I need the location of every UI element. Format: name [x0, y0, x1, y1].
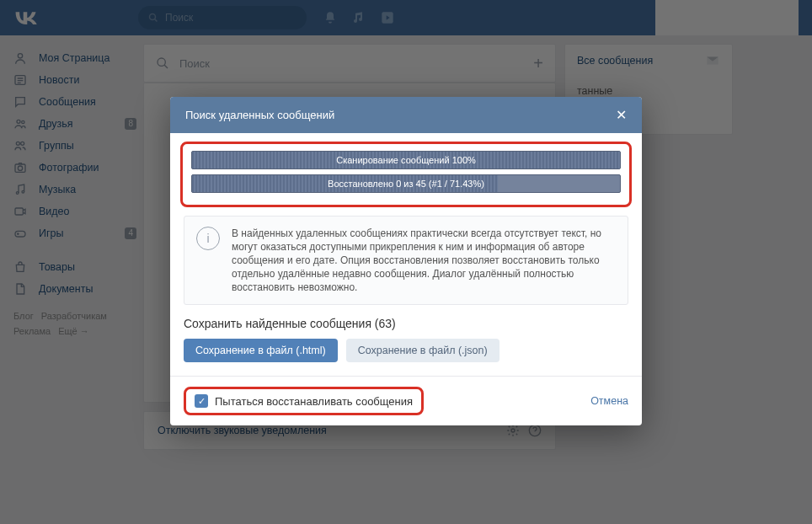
modal-header: Поиск удаленных сообщений ✕ — [170, 97, 642, 133]
save-title: Сохранить найденные сообщения (63) — [184, 317, 628, 330]
save-section: Сохранить найденные сообщения (63) Сохра… — [170, 317, 642, 376]
save-json-button[interactable]: Сохранение в файл (.json) — [346, 339, 499, 362]
info-text: В найденных удаленных сообщениях практич… — [232, 227, 616, 294]
modal-title: Поиск удаленных сообщений — [185, 109, 334, 121]
progress-restore: Восстановлено 0 из 45 (#1 / 71.43%) — [191, 174, 621, 193]
modal-overlay: Поиск удаленных сообщений ✕ Сканирование… — [0, 0, 812, 524]
checkbox-label: Пытаться восстанавливать сообщения — [215, 395, 413, 408]
progress-section: Сканирование сообщений 100% Восстановлен… — [180, 142, 632, 207]
info-icon: i — [196, 227, 220, 250]
restore-checkbox-row[interactable]: ✓ Пытаться восстанавливать сообщения — [184, 387, 424, 415]
save-html-button[interactable]: Сохранение в файл (.html) — [184, 339, 338, 362]
progress-scan: Сканирование сообщений 100% — [191, 151, 621, 169]
close-icon[interactable]: ✕ — [616, 107, 627, 123]
modal-footer: ✓ Пытаться восстанавливать сообщения Отм… — [170, 376, 642, 425]
progress-text: Восстановлено 0 из 45 (#1 / 71.43%) — [328, 179, 484, 189]
modal: Поиск удаленных сообщений ✕ Сканирование… — [170, 97, 642, 425]
checkbox-checked-icon[interactable]: ✓ — [195, 394, 208, 408]
info-box: i В найденных удаленных сообщениях практ… — [184, 216, 628, 305]
cancel-button[interactable]: Отмена — [590, 395, 628, 407]
progress-text: Сканирование сообщений 100% — [336, 155, 476, 165]
